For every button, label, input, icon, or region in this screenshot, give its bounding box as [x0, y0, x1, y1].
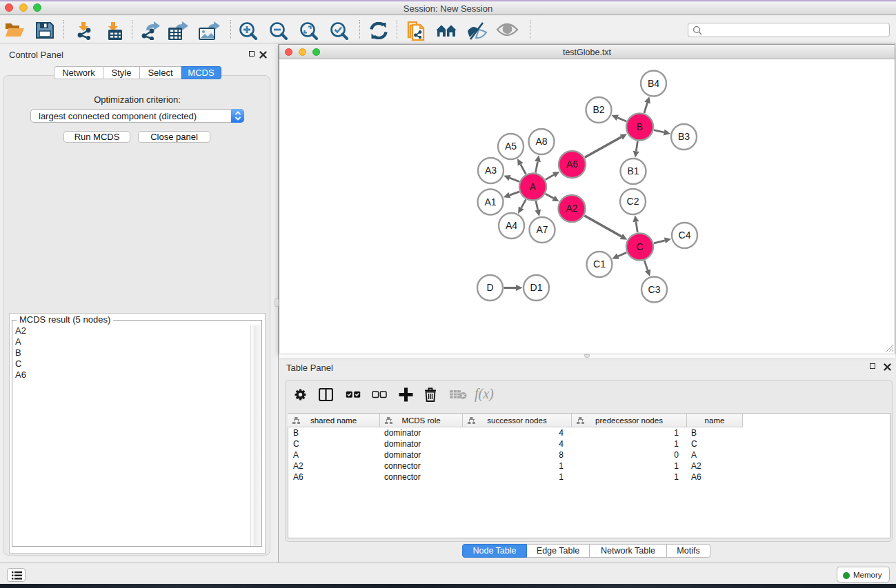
svg-text:B1: B1: [627, 165, 639, 176]
svg-text:D: D: [486, 282, 493, 293]
svg-text:A3: A3: [485, 165, 497, 176]
svg-text:A6: A6: [566, 159, 578, 170]
svg-text:A1: A1: [484, 196, 496, 207]
svg-text:A7: A7: [536, 224, 548, 235]
svg-text:B3: B3: [678, 131, 690, 142]
svg-text:C3: C3: [648, 283, 661, 294]
svg-text:C: C: [636, 241, 643, 252]
svg-text:A: A: [530, 181, 537, 192]
svg-text:B: B: [637, 121, 643, 132]
svg-text:D1: D1: [530, 282, 543, 293]
svg-text:C4: C4: [679, 230, 691, 241]
svg-text:A2: A2: [566, 203, 577, 214]
svg-text:B4: B4: [648, 77, 659, 88]
svg-text:C1: C1: [593, 258, 606, 270]
svg-text:A5: A5: [505, 141, 517, 152]
svg-text:B2: B2: [593, 104, 604, 115]
svg-text:A4: A4: [506, 220, 517, 231]
svg-text:C2: C2: [627, 196, 639, 207]
svg-text:A8: A8: [535, 136, 547, 147]
